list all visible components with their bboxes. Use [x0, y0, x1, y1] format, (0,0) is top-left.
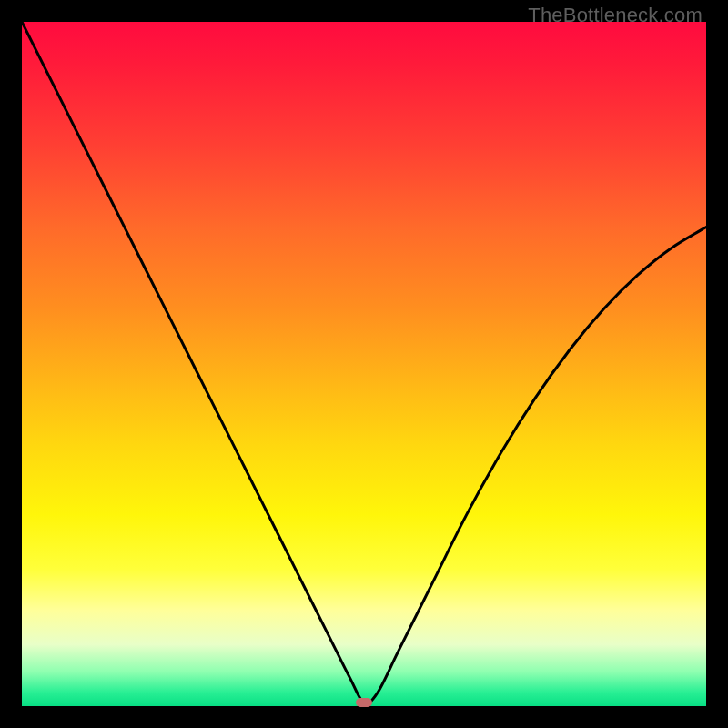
bottleneck-curve [22, 22, 706, 706]
minimum-marker [356, 698, 372, 707]
chart-frame: TheBottleneck.com [0, 0, 728, 728]
plot-area [22, 22, 706, 706]
